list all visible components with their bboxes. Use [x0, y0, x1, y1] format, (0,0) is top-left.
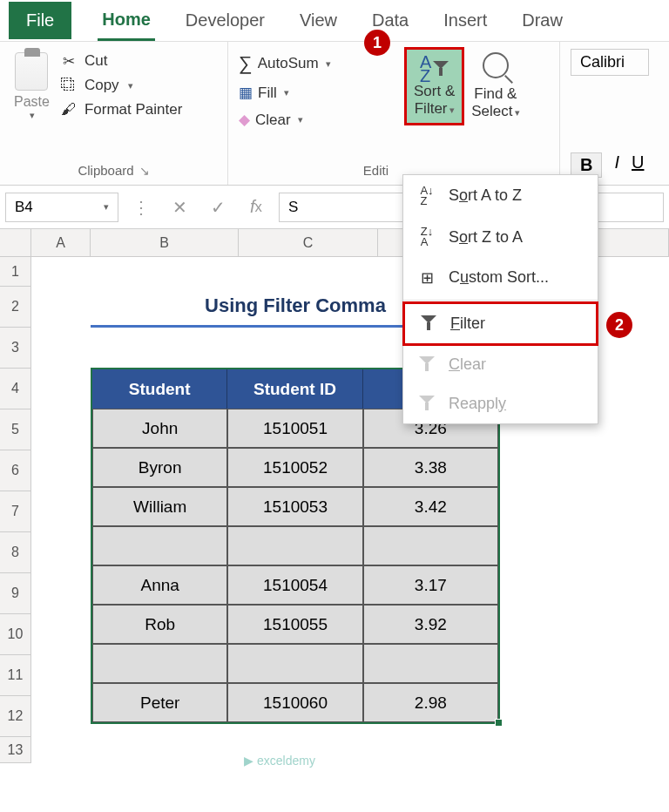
chevron-down-icon: ▾: [284, 87, 289, 98]
name-box[interactable]: B4▾: [5, 193, 118, 222]
fbar-sep: ⋮: [125, 193, 157, 222]
magnify-icon: [483, 52, 509, 78]
menu-label: Custom Sort...: [449, 268, 549, 287]
row-header-1[interactable]: 1: [0, 257, 31, 287]
row-header-11[interactable]: 11: [0, 655, 31, 696]
select-all-corner[interactable]: [0, 229, 31, 256]
row-header-13[interactable]: 13: [0, 737, 31, 763]
clear-filter-icon: [417, 356, 436, 372]
col-header-c[interactable]: C: [239, 229, 378, 256]
font-name-select[interactable]: Calibri: [571, 49, 649, 76]
copy-icon: ⿻: [60, 77, 78, 94]
paste-button[interactable]: Paste ▾: [10, 49, 53, 125]
clear-button[interactable]: ◆Clear▾: [239, 111, 331, 129]
callout-badge-2: 2: [606, 312, 632, 338]
menu-custom-sort[interactable]: ⊞ Custom Sort...: [403, 258, 598, 298]
chevron-down-icon: ▾: [515, 107, 520, 118]
row-header-4[interactable]: 4: [0, 369, 31, 409]
row-header-6[interactable]: 6: [0, 450, 31, 491]
find-label-2: Select: [471, 103, 512, 119]
tab-view[interactable]: View: [295, 2, 341, 39]
cell: Peter: [92, 683, 227, 722]
table-row[interactable]: Peter15100602.98: [92, 683, 498, 722]
fill-icon: ▦: [239, 84, 253, 102]
cell: 3.38: [363, 448, 498, 487]
cancel-formula-button[interactable]: ✕: [164, 193, 195, 222]
cell: [227, 644, 362, 683]
cell: [92, 526, 227, 565]
fill-button[interactable]: ▦Fill▾: [239, 84, 331, 102]
paste-label: Paste: [14, 94, 50, 110]
table-row[interactable]: Byron15100523.38: [92, 448, 498, 487]
row-header-12[interactable]: 12: [0, 696, 31, 737]
row-header-10[interactable]: 10: [0, 614, 31, 655]
menu-sort-z-a[interactable]: Z↓A Sort Z to A: [403, 216, 598, 257]
tab-draw[interactable]: Draw: [517, 2, 567, 39]
row-header-2[interactable]: 2: [0, 287, 31, 328]
italic-button[interactable]: I: [614, 152, 619, 178]
cell: Anna: [92, 565, 227, 605]
find-label-1: Find &: [474, 85, 517, 103]
cell: [92, 644, 227, 683]
scissors-icon: ✂: [60, 52, 78, 70]
copy-button[interactable]: ⿻Copy▾: [60, 77, 182, 94]
cell: 2.98: [363, 683, 498, 722]
selection-handle[interactable]: [495, 719, 503, 727]
th-student: Student: [92, 369, 227, 409]
cell: William: [92, 487, 227, 526]
row-header-7[interactable]: 7: [0, 491, 31, 532]
callout-badge-1: 1: [364, 30, 390, 56]
cell: 1510052: [227, 448, 362, 487]
menu-label: Sort Z to A: [449, 228, 523, 247]
cell: 1510055: [227, 605, 362, 644]
chevron-down-icon: ▾: [298, 114, 303, 125]
chevron-down-icon[interactable]: ▾: [104, 201, 109, 213]
cell: Byron: [92, 448, 227, 487]
menu-label: Filter: [450, 315, 485, 333]
menu-filter[interactable]: Filter: [402, 301, 598, 346]
copy-label: Copy: [84, 77, 119, 94]
find-select-button[interactable]: Find & Select▾: [468, 47, 523, 125]
group-editing: ∑AutoSum▾ ▦Fill▾ ◆Clear▾ Editi: [228, 42, 402, 185]
tab-insert[interactable]: Insert: [439, 2, 491, 39]
tab-home[interactable]: Home: [98, 1, 155, 41]
reapply-icon: [417, 396, 436, 411]
ribbon-tabs: File Home Developer View Data Insert Dra…: [0, 0, 669, 42]
row-header-8[interactable]: 8: [0, 532, 31, 573]
cell: [363, 644, 498, 683]
format-painter-button[interactable]: 🖌Format Painter: [60, 101, 182, 118]
row-header-5[interactable]: 5: [0, 409, 31, 450]
col-header-a[interactable]: A: [31, 229, 91, 256]
table-row[interactable]: [92, 526, 498, 565]
sort-filter-button[interactable]: AZ Sort & Filter▾: [404, 47, 464, 125]
table-row[interactable]: William15100533.42: [92, 487, 498, 526]
autosum-button[interactable]: ∑AutoSum▾: [239, 52, 331, 75]
tab-developer[interactable]: Developer: [181, 2, 269, 39]
tab-file[interactable]: File: [9, 2, 71, 39]
cell: 1510054: [227, 565, 362, 605]
menu-label: Clear: [449, 355, 486, 374]
row-header-3[interactable]: 3: [0, 328, 31, 369]
chevron-down-icon: ▾: [128, 80, 133, 91]
col-header-b[interactable]: B: [91, 229, 239, 256]
fx-button[interactable]: fx: [240, 193, 272, 222]
table-row[interactable]: Rob15100553.92: [92, 605, 498, 644]
underline-button[interactable]: U: [632, 152, 644, 178]
sort-filter-label-1: Sort &: [414, 83, 455, 100]
row-headers: 1 2 3 4 5 6 7 8 9 10 11 12 13: [0, 257, 31, 763]
chevron-down-icon: ▾: [326, 58, 331, 70]
dialog-launcher-icon[interactable]: ↘: [134, 164, 150, 178]
watermark: ▶ exceldemy: [244, 754, 315, 768]
enter-formula-button[interactable]: ✓: [202, 193, 233, 222]
menu-clear: Clear: [403, 345, 598, 384]
cut-button[interactable]: ✂Cut: [60, 52, 182, 70]
sort-za-icon: Z↓A: [417, 227, 436, 247]
table-row[interactable]: Anna15100543.17: [92, 565, 498, 605]
clipboard-group-label: Clipboard↘: [10, 159, 217, 181]
table-row[interactable]: [92, 644, 498, 683]
row-header-9[interactable]: 9: [0, 573, 31, 614]
chevron-down-icon: ▾: [30, 110, 35, 121]
cell: Rob: [92, 605, 227, 644]
eraser-icon: ◆: [239, 111, 250, 129]
menu-sort-a-z[interactable]: A↓Z Sort A to Z: [403, 175, 598, 216]
